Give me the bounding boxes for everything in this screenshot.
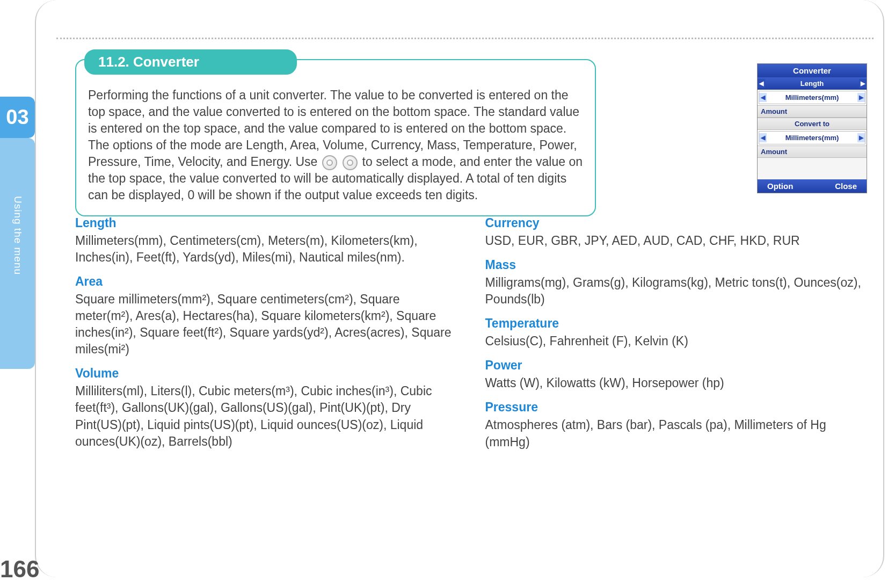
side-tab-label: Using the menu [12, 196, 24, 275]
cat-title-area: Area [75, 273, 453, 290]
phone-softkey-right[interactable]: Close [835, 182, 857, 191]
cat-title-pressure: Pressure [485, 399, 863, 416]
cat-title-length: Length [75, 215, 453, 231]
phone-title: Converter [758, 64, 867, 77]
phone-convert-to-label: Convert to [758, 118, 867, 130]
cat-body-pressure: Atmospheres (atm), Bars (bar), Pascals (… [485, 417, 863, 450]
triangle-right-icon[interactable]: ▶ [857, 133, 865, 142]
cat-title-volume: Volume [75, 365, 453, 382]
cat-body-power: Watts (W), Kilowatts (kW), Horsepower (h… [485, 375, 863, 391]
phone-to-unit-value: Millimeters(mm) [785, 134, 839, 142]
cat-title-currency: Currency [485, 215, 863, 231]
cat-body-volume: Milliliters(ml), Liters(l), Cubic meters… [75, 383, 453, 449]
dotted-divider [56, 38, 874, 39]
nav-right-icon [343, 155, 358, 170]
triangle-left-icon[interactable]: ◀ [759, 133, 767, 142]
cat-title-temperature: Temperature [485, 315, 863, 332]
cat-title-mass: Mass [485, 257, 863, 273]
triangle-right-icon[interactable]: ▶ [859, 79, 867, 88]
triangle-right-icon[interactable]: ▶ [857, 93, 865, 102]
categories-col-right: Currency USD, EUR, GBR, JPY, AED, AUD, C… [485, 215, 863, 451]
section-body: Performing the functions of a unit conve… [88, 87, 583, 204]
cat-body-length: Millimeters(mm), Centimeters(cm), Meters… [75, 233, 453, 266]
phone-from-unit-selector[interactable]: ◀ Millimeters(mm) ▶ [759, 91, 865, 104]
section-header: 11.2. Converter [84, 49, 297, 75]
nav-left-icon [322, 155, 337, 170]
cat-body-area: Square millimeters(mm²), Square centimet… [75, 291, 453, 358]
phone-amount-label: Amount [758, 105, 867, 118]
phone-softkeys: Option Close [758, 179, 867, 193]
page-number: 166 [0, 556, 39, 583]
cat-body-currency: USD, EUR, GBR, JPY, AED, AUD, CAD, CHF, … [485, 233, 863, 249]
phone-to-unit-selector[interactable]: ◀ Millimeters(mm) ▶ [759, 131, 865, 144]
phone-amount-label-2: Amount [758, 146, 867, 158]
cat-title-power: Power [485, 357, 863, 374]
phone-blank-area [758, 158, 867, 179]
triangle-left-icon[interactable]: ◀ [759, 93, 767, 102]
categories-columns: Length Millimeters(mm), Centimeters(cm),… [75, 215, 863, 451]
phone-category-selector[interactable]: ◀ Length ▶ [758, 77, 867, 90]
triangle-left-icon[interactable]: ◀ [758, 79, 765, 88]
section-box: 11.2. Converter Performing the functions… [75, 59, 596, 216]
phone-screenshot: Converter ◀ Length ▶ ◀ Millimeters(mm) ▶… [757, 63, 867, 193]
cat-body-mass: Milligrams(mg), Grams(g), Kilograms(kg),… [485, 274, 863, 308]
chapter-tab: 03 [0, 97, 35, 138]
phone-category-value: Length [801, 79, 824, 88]
phone-softkey-left[interactable]: Option [767, 182, 793, 191]
phone-from-unit-value: Millimeters(mm) [785, 93, 839, 101]
cat-body-temperature: Celsius(C), Fahrenheit (F), Kelvin (K) [485, 333, 863, 350]
categories-col-left: Length Millimeters(mm), Centimeters(cm),… [75, 215, 453, 451]
